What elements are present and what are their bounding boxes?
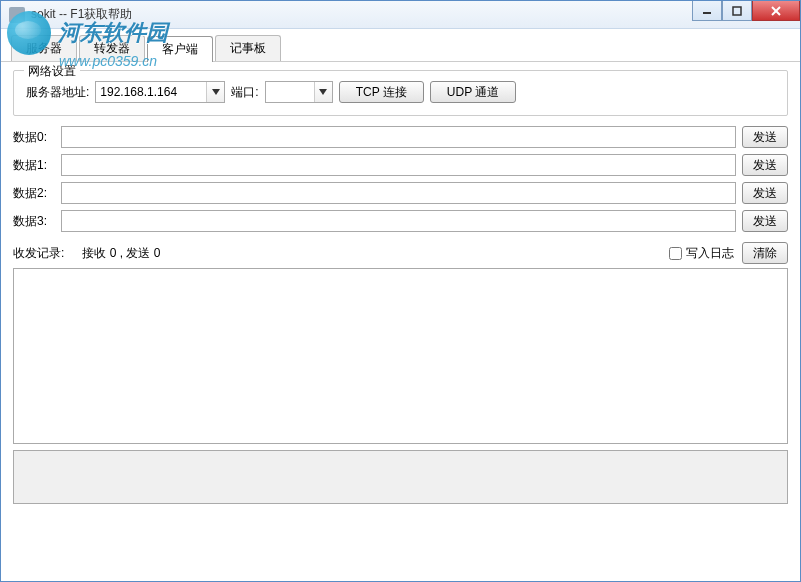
data-row-2: 数据2: 发送 bbox=[13, 182, 788, 204]
network-settings-group: 网络设置 服务器地址: 端口: TCP 连接 UDP 通道 bbox=[13, 70, 788, 116]
maximize-button[interactable] bbox=[722, 1, 752, 21]
data3-send-button[interactable]: 发送 bbox=[742, 210, 788, 232]
port-dropdown-icon[interactable] bbox=[314, 82, 332, 102]
port-label: 端口: bbox=[231, 84, 258, 101]
data1-send-button[interactable]: 发送 bbox=[742, 154, 788, 176]
write-log-label: 写入日志 bbox=[686, 245, 734, 262]
tab-content: 网络设置 服务器地址: 端口: TCP 连接 UDP 通道 数据0: 发送 bbox=[1, 62, 800, 512]
data2-send-button[interactable]: 发送 bbox=[742, 182, 788, 204]
data1-input[interactable] bbox=[61, 154, 736, 176]
app-icon bbox=[9, 7, 25, 23]
data2-input[interactable] bbox=[61, 182, 736, 204]
data-row-3: 数据3: 发送 bbox=[13, 210, 788, 232]
udp-channel-button[interactable]: UDP 通道 bbox=[430, 81, 516, 103]
data0-input[interactable] bbox=[61, 126, 736, 148]
tab-forwarder[interactable]: 转发器 bbox=[79, 35, 145, 61]
data-row-1: 数据1: 发送 bbox=[13, 154, 788, 176]
write-log-checkbox[interactable] bbox=[669, 247, 682, 260]
network-row: 服务器地址: 端口: TCP 连接 UDP 通道 bbox=[26, 81, 775, 103]
stats-row: 收发记录: 接收 0 , 发送 0 写入日志 清除 bbox=[13, 242, 788, 264]
data-row-0: 数据0: 发送 bbox=[13, 126, 788, 148]
address-combo bbox=[95, 81, 225, 103]
app-window: sokit -- F1获取帮助 河东软件园 www.pc0359.cn 服务器 … bbox=[0, 0, 801, 582]
data0-send-button[interactable]: 发送 bbox=[742, 126, 788, 148]
stats-text: 接收 0 , 发送 0 bbox=[82, 245, 160, 262]
svg-rect-1 bbox=[733, 7, 741, 15]
titlebar: sokit -- F1获取帮助 bbox=[1, 1, 800, 29]
data1-label: 数据1: bbox=[13, 157, 55, 174]
data3-label: 数据3: bbox=[13, 213, 55, 230]
clear-button[interactable]: 清除 bbox=[742, 242, 788, 264]
minimize-button[interactable] bbox=[692, 1, 722, 21]
data0-label: 数据0: bbox=[13, 129, 55, 146]
data2-label: 数据2: bbox=[13, 185, 55, 202]
tcp-connect-button[interactable]: TCP 连接 bbox=[339, 81, 424, 103]
tab-server[interactable]: 服务器 bbox=[11, 35, 77, 61]
window-title: sokit -- F1获取帮助 bbox=[31, 6, 132, 23]
tab-notepad[interactable]: 记事板 bbox=[215, 35, 281, 61]
address-dropdown-icon[interactable] bbox=[206, 82, 224, 102]
write-log-checkbox-wrap[interactable]: 写入日志 bbox=[669, 245, 734, 262]
bottom-panel bbox=[13, 450, 788, 504]
close-button[interactable] bbox=[752, 1, 800, 21]
stats-label: 收发记录: bbox=[13, 245, 64, 262]
data3-input[interactable] bbox=[61, 210, 736, 232]
log-textarea[interactable] bbox=[13, 268, 788, 444]
window-buttons bbox=[692, 1, 800, 21]
tab-bar: 服务器 转发器 客户端 记事板 bbox=[1, 29, 800, 62]
network-legend: 网络设置 bbox=[24, 63, 80, 80]
port-combo bbox=[265, 81, 333, 103]
tab-client[interactable]: 客户端 bbox=[147, 36, 213, 62]
address-label: 服务器地址: bbox=[26, 84, 89, 101]
